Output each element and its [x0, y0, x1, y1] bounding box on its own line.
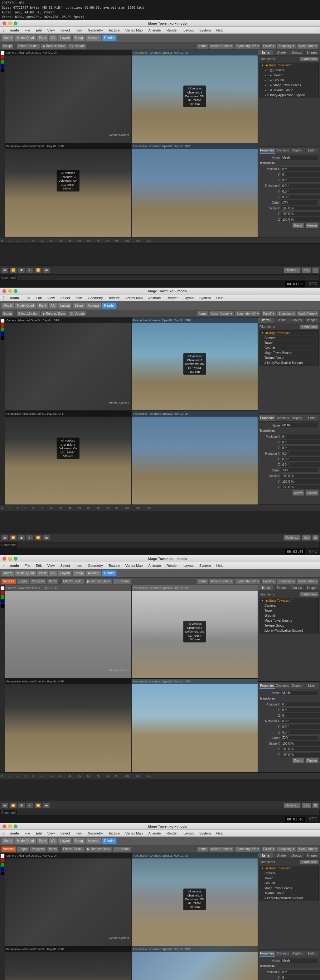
tree-tower-4[interactable]: Tower	[260, 876, 318, 881]
tab-animate-2[interactable]: Animate	[86, 302, 102, 309]
menu-animate-3[interactable]: Animate	[146, 562, 163, 569]
btn-snapping-4[interactable]: Snapping ▾	[277, 846, 296, 852]
rp-tab-shade-4[interactable]: Shade	[274, 853, 290, 858]
tab-model-4[interactable]: Model	[1, 838, 14, 844]
menu-render-1[interactable]: Render	[164, 27, 180, 33]
rp-tab-groups-3[interactable]: Groups	[289, 585, 305, 590]
props-freeze-btn-1[interactable]: Freeze	[306, 223, 319, 228]
tl-rewind-1[interactable]: ⏮	[1, 267, 8, 273]
rp-tab-images-1[interactable]: Images	[305, 50, 320, 55]
props-rotz-3[interactable]	[281, 730, 320, 735]
btn-polygons-4[interactable]: Polygons	[30, 846, 46, 852]
menu-texture-1[interactable]: Texture	[106, 27, 122, 33]
swatch-blue-2[interactable]	[1, 332, 4, 336]
props-rotz-input-2[interactable]	[281, 462, 320, 467]
tab-render-2[interactable]: Render	[102, 302, 117, 309]
tree-beams-4[interactable]: Mage Tower Beams	[260, 886, 318, 891]
tree-ground-3[interactable]: Ground	[260, 613, 318, 618]
btn-action-center-3[interactable]: Action Center ▾	[209, 579, 234, 584]
tab-paint-4[interactable]: Paint	[37, 838, 48, 844]
tl-prev-2[interactable]: ⏪	[10, 535, 17, 541]
tab-uv-1[interactable]: UV	[49, 35, 58, 41]
command-input-1[interactable]	[17, 275, 319, 280]
tl-play-2[interactable]: ⏵	[26, 535, 33, 541]
viewport-tl-3[interactable]: Camera Advanced OpenGL Ray GL: OFF Rende…	[5, 585, 131, 678]
swatch-blue-3[interactable]	[1, 600, 4, 603]
tl-play-3[interactable]: ⏵	[26, 803, 33, 808]
menu-file-2[interactable]: File	[22, 294, 33, 301]
tab-model-1[interactable]: Model	[1, 35, 14, 41]
menu-item-3[interactable]: Item	[73, 562, 85, 569]
btn-action-center-1[interactable]: Action Center ▾	[209, 43, 234, 49]
tree-ground-4[interactable]: Ground	[260, 881, 318, 886]
menu-edit-1[interactable]: Edit	[34, 27, 44, 33]
tab-animate-3[interactable]: Animate	[86, 570, 102, 576]
props-posx-input-2[interactable]	[281, 434, 320, 439]
props-posx-3[interactable]	[281, 702, 320, 707]
app-menu-2[interactable]: modo	[7, 294, 21, 301]
tab-model-quad-1[interactable]: Model Quad	[14, 35, 36, 41]
apple-menu-3[interactable]: 	[1, 562, 6, 569]
tab-setup-4[interactable]: Setup	[72, 838, 85, 844]
viewport-tr-4[interactable]: Perspective Advanced OpenGL Ray GL: OFF …	[131, 853, 258, 946]
btn-action-center-4[interactable]: Action Center ▾	[209, 846, 234, 852]
swatch-green-3[interactable]	[1, 595, 4, 599]
menu-geometry-3[interactable]: Geometry	[85, 562, 105, 569]
props-tab-channels-4[interactable]: Channels	[275, 951, 290, 957]
tree-beams-1[interactable]: ● □ ■ Mage Tower Beams	[260, 83, 318, 88]
menu-view-4[interactable]: View	[45, 830, 58, 837]
menu-vertexmap-3[interactable]: Vertex Map	[123, 562, 146, 569]
menu-item-4[interactable]: Item	[73, 830, 85, 837]
rp-tab-groups-4[interactable]: Groups	[289, 853, 305, 858]
viewport-bl-3[interactable]: Perspective Advanced OpenGL Ray GL: OFF	[5, 679, 131, 772]
menu-system-2[interactable]: System	[197, 294, 213, 301]
tab-render-3[interactable]: Render	[102, 570, 117, 576]
viewport-br-2[interactable]: Perspective Advanced OpenGL Ray GL: OFF	[131, 411, 258, 504]
add-item-btn-2[interactable]: + Add Item	[299, 325, 319, 329]
tree-root-2[interactable]: ▼ ✱ Mage Tower.lxo*	[260, 331, 318, 336]
props-tab-lists-2[interactable]: Lists	[304, 415, 319, 421]
tab-animate-1[interactable]: Animate	[86, 35, 102, 41]
menu-system-1[interactable]: System	[197, 27, 213, 33]
props-tab-display-4[interactable]: Display	[290, 951, 304, 957]
menu-render-3[interactable]: Render	[164, 562, 180, 569]
add-item-btn-1[interactable]: + Add Item	[299, 57, 319, 61]
tl-key-3[interactable]: Key	[302, 803, 311, 808]
viewport-bl-2[interactable]: Perspective Advanced OpenGL Ray GL: OFF …	[5, 411, 131, 504]
props-freeze-btn-3[interactable]: Freeze	[306, 758, 319, 764]
props-tab-channels-2[interactable]: Channels	[275, 415, 290, 421]
tab-animate-4[interactable]: Animate	[86, 838, 102, 844]
btn-sculpt-1[interactable]: Sculpt	[1, 43, 14, 49]
tl-play-1[interactable]: ⏵	[26, 267, 33, 273]
menu-render-4[interactable]: Render	[164, 830, 180, 837]
rp-tab-images-2[interactable]: Images	[305, 318, 320, 323]
swatch-green-1[interactable]	[1, 60, 4, 64]
tab-render-4[interactable]: Render	[102, 838, 117, 844]
viewport-tl-4[interactable]: Camera Advanced OpenGL Ray GL: OFF Rende…	[5, 853, 131, 946]
swatch-blue-1[interactable]	[1, 64, 4, 68]
menu-geometry-1[interactable]: Geometry	[85, 27, 105, 33]
swatch-white-4[interactable]	[1, 854, 4, 858]
btn-edges-3[interactable]: Edges	[17, 579, 29, 584]
menu-animate-2[interactable]: Animate	[146, 294, 163, 301]
menu-layout-4[interactable]: Layout	[181, 830, 196, 837]
props-rotx-input-2[interactable]	[281, 451, 320, 456]
tl-rewind-3[interactable]: ⏮	[1, 803, 8, 808]
menu-edit-3[interactable]: Edit	[34, 562, 44, 569]
timeline-tracks-1[interactable]	[0, 244, 320, 266]
btn-symmetry-2[interactable]: Symmetry: Off ▾	[235, 311, 261, 317]
menu-help-2[interactable]: Help	[214, 294, 226, 301]
props-scalex-input-1[interactable]	[281, 206, 320, 211]
tl-next-1[interactable]: ⏩	[34, 267, 42, 273]
swatch-white-1[interactable]	[1, 51, 4, 55]
apple-menu-4[interactable]: 	[1, 830, 6, 837]
menu-file-4[interactable]: File	[22, 830, 33, 837]
tab-paint-1[interactable]: Paint	[37, 35, 48, 41]
props-tab-properties-4[interactable]: Properties	[259, 951, 275, 957]
rp-tab-groups-2[interactable]: Groups	[289, 318, 305, 323]
menu-help-4[interactable]: Help	[214, 830, 226, 837]
viewport-bottom-left-1[interactable]: Perspective Advanced OpenGL Ray GL: OFF …	[5, 143, 131, 237]
props-scalez-3[interactable]	[281, 752, 320, 757]
btn-items-4a[interactable]: Items	[47, 846, 58, 852]
rp-tab-shade-1[interactable]: Shade	[274, 50, 290, 55]
